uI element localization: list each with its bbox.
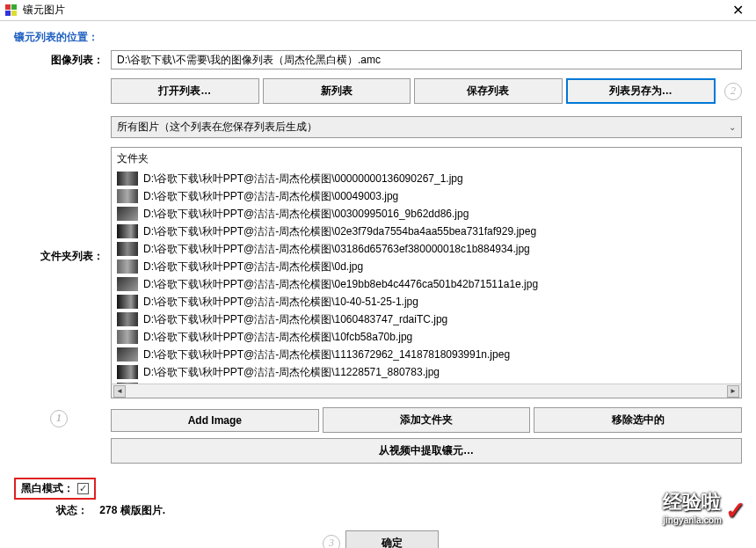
add-image-button[interactable]: Add Image — [111, 409, 319, 432]
add-folder-button[interactable]: 添加文件夹 — [323, 407, 531, 433]
list-item[interactable]: D:\谷歌下载\秋叶PPT@洁洁-周杰伦横图\00049003.jpg — [112, 187, 741, 205]
thumbnail-icon — [117, 224, 138, 238]
thumbnail-icon — [117, 172, 138, 186]
thumbnail-icon — [117, 242, 138, 256]
extract-from-video-button[interactable]: 从视频中提取镶元… — [111, 438, 742, 464]
thumbnail-icon — [117, 312, 138, 326]
bw-mode-checkbox[interactable] — [77, 483, 89, 494]
scroll-left-icon[interactable]: ◄ — [113, 385, 126, 398]
list-item[interactable]: D:\谷歌下载\秋叶PPT@洁洁-周杰伦横图\1060483747_rdaiTC… — [112, 311, 741, 328]
thumbnail-icon — [117, 330, 138, 344]
list-item[interactable]: D:\谷歌下载\秋叶PPT@洁洁-周杰伦横图\0e19bb8eb4c4476ca… — [112, 275, 741, 293]
thumbnail-icon — [117, 207, 138, 221]
thumbnail-icon — [117, 295, 138, 309]
chevron-down-icon: ⌄ — [729, 122, 736, 132]
check-icon: ✓ — [725, 496, 745, 525]
new-list-button[interactable]: 新列表 — [263, 78, 411, 104]
scroll-right-icon[interactable]: ► — [727, 385, 739, 398]
close-button[interactable]: ✕ — [725, 2, 751, 18]
bw-mode-highlight: 黑白模式： — [14, 478, 96, 500]
thumbnail-icon — [117, 347, 138, 362]
confirm-button[interactable]: 确定 — [345, 530, 439, 548]
list-item[interactable]: D:\谷歌下载\秋叶PPT@洁洁-周杰伦横图\1113672962_141878… — [112, 346, 741, 363]
folder-list-label: 文件夹列表： — [14, 143, 111, 264]
remove-selected-button[interactable]: 移除选中的 — [534, 407, 742, 433]
thumbnail-icon — [117, 365, 138, 379]
window-title: 镶元图片 — [23, 3, 725, 18]
app-icon — [5, 4, 18, 17]
file-list: 文件夹 D:\谷歌下载\秋叶PPT@洁洁-周杰伦横图\0000000013609… — [111, 147, 742, 398]
section-title: 镶元列表的位置： — [14, 30, 742, 45]
list-item[interactable]: D:\谷歌下载\秋叶PPT@洁洁-周杰伦横图\03186d65763ef3800… — [112, 240, 741, 258]
all-images-dropdown[interactable]: 所有图片（这个列表在您保存列表后生成） ⌄ — [111, 116, 742, 138]
watermark: 经验啦 jingyanla.com ✓ — [663, 489, 745, 525]
list-item[interactable]: D:\谷歌下载\秋叶PPT@洁洁-周杰伦横图\10fcb58a70b.jpg — [112, 328, 741, 346]
svg-rect-0 — [5, 4, 11, 10]
file-list-scroll[interactable]: 文件夹 D:\谷歌下载\秋叶PPT@洁洁-周杰伦横图\0000000013609… — [112, 148, 741, 384]
step-2-badge: 2 — [724, 83, 742, 100]
image-list-input[interactable] — [111, 50, 742, 69]
file-list-header: 文件夹 — [112, 148, 741, 170]
bw-mode-label: 黑白模式： — [21, 481, 74, 496]
svg-rect-2 — [5, 11, 11, 16]
dropdown-value: 所有图片（这个列表在您保存列表后生成） — [117, 120, 317, 135]
list-item[interactable]: D:\谷歌下载\秋叶PPT@洁洁-周杰伦横图\00000000136090267… — [112, 170, 741, 187]
titlebar: 镶元图片 ✕ — [0, 0, 756, 21]
thumbnail-icon — [117, 277, 138, 291]
horizontal-scrollbar[interactable]: ◄ ► — [112, 384, 741, 398]
step-1-badge: 1 — [50, 410, 68, 427]
thumbnail-icon — [117, 259, 138, 274]
list-item[interactable]: D:\谷歌下载\秋叶PPT@洁洁-周杰伦横图\0d.jpg — [112, 258, 741, 275]
save-as-button[interactable]: 列表另存为… — [566, 78, 716, 104]
list-item[interactable]: D:\谷歌下载\秋叶PPT@洁洁-周杰伦横图\02e3f79da7554ba4a… — [112, 223, 741, 240]
svg-rect-3 — [11, 11, 17, 16]
save-list-button[interactable]: 保存列表 — [414, 78, 563, 104]
list-item[interactable]: D:\谷歌下载\秋叶PPT@洁洁-周杰伦横图\00300995016_9b62d… — [112, 205, 741, 223]
image-list-label: 图像列表： — [14, 53, 111, 68]
status-label: 状态： — [56, 504, 88, 516]
list-item[interactable]: D:\谷歌下载\秋叶PPT@洁洁-周杰伦横图\10-40-51-25-1.jpg — [112, 293, 741, 311]
status-value: 278 横版图片. — [99, 504, 165, 516]
svg-rect-1 — [11, 4, 17, 10]
open-list-button[interactable]: 打开列表… — [111, 78, 259, 104]
thumbnail-icon — [117, 189, 138, 203]
list-item[interactable]: D:\谷歌下载\秋叶PPT@洁洁-周杰伦横图\11228571_880783.j… — [112, 363, 741, 381]
step-3-badge: 3 — [323, 535, 340, 549]
